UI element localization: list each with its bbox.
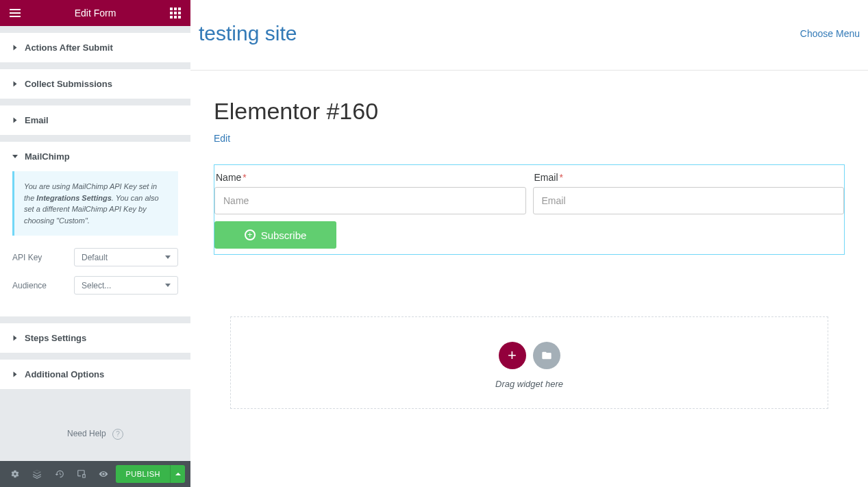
responsive-icon[interactable] xyxy=(72,464,91,484)
caret-right-icon xyxy=(14,372,17,377)
panel-label: Additional Options xyxy=(25,369,104,379)
caret-down-icon xyxy=(12,155,18,158)
panel-header-actions[interactable]: Actions After Submit xyxy=(0,33,190,62)
preview-icon[interactable] xyxy=(94,464,113,484)
panel-label: MailChimp xyxy=(25,151,70,162)
info-bold: Integrations Settings xyxy=(36,194,111,202)
name-input[interactable] xyxy=(214,187,526,214)
chevron-down-icon xyxy=(165,255,171,259)
form-field-email: Email* xyxy=(533,165,845,214)
add-section-button[interactable]: + xyxy=(499,342,526,369)
subscribe-button[interactable]: + Subscribe xyxy=(214,221,336,249)
sidebar-header: Edit Form xyxy=(0,0,190,26)
panel-additional-options: Additional Options xyxy=(0,360,190,389)
panel-label: Email xyxy=(25,115,49,125)
publish-button[interactable]: PUBLISH xyxy=(116,465,170,483)
sidebar-footer: PUBLISH xyxy=(0,461,190,487)
label-text: Name xyxy=(216,172,241,183)
panel-collect-submissions: Collect Submissions xyxy=(0,69,190,99)
required-asterisk: * xyxy=(560,172,563,183)
form-field-name: Name* xyxy=(214,165,526,214)
name-label: Name* xyxy=(214,172,526,183)
panel-header-collect[interactable]: Collect Submissions xyxy=(0,69,190,99)
add-template-button[interactable] xyxy=(533,342,560,369)
panel-label: Actions After Submit xyxy=(25,42,113,53)
panel-label: Steps Settings xyxy=(25,333,86,343)
plus-circle-icon: + xyxy=(245,229,256,240)
panel-email: Email xyxy=(0,105,190,135)
mailchimp-info: You are using MailChimp API Key set in t… xyxy=(12,171,178,236)
panel-steps-settings: Steps Settings xyxy=(0,323,190,353)
navigator-icon[interactable] xyxy=(27,464,47,484)
caret-right-icon xyxy=(14,336,17,341)
site-header: testing site Choose Menu xyxy=(190,0,868,71)
editor-sidebar: Edit Form Actions After Submit Collect S… xyxy=(0,0,190,487)
need-help[interactable]: Need Help ? xyxy=(0,396,190,451)
select-value: Select... xyxy=(82,281,111,290)
caret-right-icon xyxy=(14,45,17,51)
settings-icon[interactable] xyxy=(5,464,25,484)
panel-body-mailchimp: You are using MailChimp API Key set in t… xyxy=(0,171,190,316)
caret-right-icon xyxy=(14,82,17,87)
edit-link[interactable]: Edit xyxy=(214,133,230,144)
control-api-key: API Key Default xyxy=(12,248,178,266)
required-asterisk: * xyxy=(243,172,246,183)
control-audience: Audience Select... xyxy=(12,276,178,295)
site-title[interactable]: testing site xyxy=(199,22,297,45)
form-widget[interactable]: Name* Email* + Subscribe xyxy=(214,164,845,255)
drop-zone[interactable]: + Drag widget here xyxy=(230,316,828,409)
publish-more-button[interactable] xyxy=(170,465,185,483)
plus-icon: + xyxy=(508,347,517,364)
panel-label: Collect Submissions xyxy=(25,79,112,89)
caret-right-icon xyxy=(14,118,17,123)
panel-header-steps[interactable]: Steps Settings xyxy=(0,323,190,353)
panel-mailchimp: MailChimp You are using MailChimp API Ke… xyxy=(0,142,190,316)
caret-up-icon xyxy=(175,473,181,475)
audience-label: Audience xyxy=(12,281,74,290)
preview-canvas: testing site Choose Menu Elementor #160 … xyxy=(190,0,868,487)
page-content: Elementor #160 Edit Name* Email* xyxy=(190,71,868,409)
help-icon: ? xyxy=(112,429,123,440)
panel-list: Actions After Submit Collect Submissions… xyxy=(0,26,190,461)
panel-header-email[interactable]: Email xyxy=(0,105,190,135)
audience-select[interactable]: Select... xyxy=(74,276,178,295)
page-title: Elementor #160 xyxy=(214,98,845,125)
history-icon[interactable] xyxy=(50,464,69,484)
panel-header-mailchimp[interactable]: MailChimp xyxy=(0,142,190,171)
api-key-label: API Key xyxy=(12,253,74,262)
subscribe-label: Subscribe xyxy=(261,229,307,241)
panel-actions-after-submit: Actions After Submit xyxy=(0,33,190,62)
drop-text: Drag widget here xyxy=(231,379,828,389)
label-text: Email xyxy=(534,172,558,183)
folder-icon xyxy=(541,350,552,361)
apps-icon[interactable] xyxy=(170,8,181,18)
sidebar-title: Edit Form xyxy=(75,8,116,18)
chevron-down-icon xyxy=(165,284,171,287)
select-value: Default xyxy=(82,253,108,262)
email-label: Email* xyxy=(533,172,845,183)
panel-header-additional[interactable]: Additional Options xyxy=(0,360,190,389)
publish-button-group: PUBLISH xyxy=(116,465,185,483)
menu-icon[interactable] xyxy=(10,9,21,17)
choose-menu-link[interactable]: Choose Menu xyxy=(800,28,860,39)
api-key-select[interactable]: Default xyxy=(74,248,178,266)
help-label: Need Help xyxy=(67,429,106,438)
email-input[interactable] xyxy=(533,187,845,214)
